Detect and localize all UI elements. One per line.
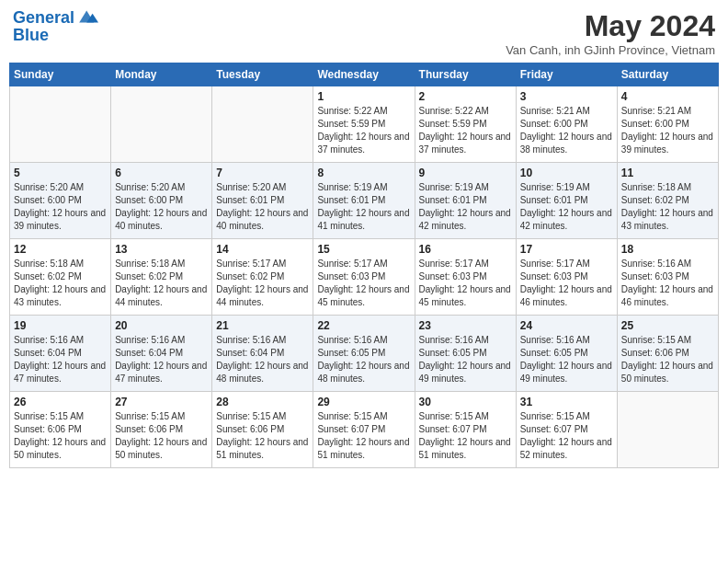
calendar-cell: 6Sunrise: 5:20 AM Sunset: 6:00 PM Daylig… (111, 163, 212, 239)
calendar-cell: 11Sunrise: 5:18 AM Sunset: 6:02 PM Dayli… (617, 163, 718, 239)
day-info: Sunrise: 5:15 AM Sunset: 6:06 PM Dayligh… (621, 334, 714, 385)
day-info: Sunrise: 5:21 AM Sunset: 6:00 PM Dayligh… (621, 105, 714, 156)
weekday-header-friday: Friday (516, 63, 617, 86)
day-info: Sunrise: 5:18 AM Sunset: 6:02 PM Dayligh… (621, 181, 714, 233)
day-number: 4 (621, 90, 714, 103)
day-info: Sunrise: 5:18 AM Sunset: 6:02 PM Dayligh… (115, 258, 208, 309)
day-number: 30 (419, 396, 512, 408)
day-number: 15 (317, 243, 410, 256)
calendar-cell: 1Sunrise: 5:22 AM Sunset: 5:59 PM Daylig… (313, 86, 415, 163)
day-number: 13 (115, 243, 208, 256)
day-info: Sunrise: 5:15 AM Sunset: 6:07 PM Dayligh… (419, 410, 512, 462)
title-block: May 2024 Van Canh, inh GJinh Province, V… (506, 9, 715, 57)
calendar-cell: 20Sunrise: 5:16 AM Sunset: 6:04 PM Dayli… (111, 316, 212, 392)
calendar-table: SundayMondayTuesdayWednesdayThursdayFrid… (9, 63, 719, 468)
weekday-header-saturday: Saturday (617, 63, 718, 86)
week-row-4: 19Sunrise: 5:16 AM Sunset: 6:04 PM Dayli… (10, 316, 719, 392)
calendar-cell: 25Sunrise: 5:15 AM Sunset: 6:06 PM Dayli… (617, 316, 718, 392)
calendar-cell: 8Sunrise: 5:19 AM Sunset: 6:01 PM Daylig… (313, 163, 415, 239)
week-row-1: 1Sunrise: 5:22 AM Sunset: 5:59 PM Daylig… (10, 86, 719, 163)
month-title: May 2024 (506, 9, 715, 43)
calendar-cell: 24Sunrise: 5:16 AM Sunset: 6:05 PM Dayli… (516, 316, 617, 392)
calendar-cell: 23Sunrise: 5:16 AM Sunset: 6:05 PM Dayli… (415, 316, 516, 392)
calendar-cell: 18Sunrise: 5:16 AM Sunset: 6:03 PM Dayli… (617, 239, 718, 316)
weekday-header-thursday: Thursday (415, 63, 516, 86)
day-info: Sunrise: 5:16 AM Sunset: 6:04 PM Dayligh… (216, 334, 309, 385)
calendar-cell: 27Sunrise: 5:15 AM Sunset: 6:06 PM Dayli… (111, 392, 212, 468)
day-number: 14 (216, 243, 309, 256)
calendar-cell: 26Sunrise: 5:15 AM Sunset: 6:06 PM Dayli… (10, 392, 111, 468)
day-number: 11 (621, 167, 714, 179)
day-number: 23 (419, 319, 512, 332)
day-info: Sunrise: 5:16 AM Sunset: 6:04 PM Dayligh… (14, 334, 107, 385)
day-info: Sunrise: 5:19 AM Sunset: 6:01 PM Dayligh… (520, 181, 613, 233)
calendar-cell: 10Sunrise: 5:19 AM Sunset: 6:01 PM Dayli… (516, 163, 617, 239)
calendar-cell: 17Sunrise: 5:17 AM Sunset: 6:03 PM Dayli… (516, 239, 617, 316)
day-info: Sunrise: 5:15 AM Sunset: 6:07 PM Dayligh… (317, 410, 410, 462)
weekday-header-sunday: Sunday (10, 63, 111, 86)
day-number: 9 (419, 167, 512, 179)
calendar-cell: 14Sunrise: 5:17 AM Sunset: 6:02 PM Dayli… (212, 239, 313, 316)
day-info: Sunrise: 5:15 AM Sunset: 6:06 PM Dayligh… (115, 410, 208, 462)
day-number: 3 (520, 90, 613, 103)
day-info: Sunrise: 5:15 AM Sunset: 6:06 PM Dayligh… (14, 410, 107, 462)
day-info: Sunrise: 5:17 AM Sunset: 6:03 PM Dayligh… (520, 258, 613, 309)
logo-text: General (13, 9, 74, 28)
calendar-cell: 5Sunrise: 5:20 AM Sunset: 6:00 PM Daylig… (10, 163, 111, 239)
day-number: 22 (317, 319, 410, 332)
day-info: Sunrise: 5:15 AM Sunset: 6:07 PM Dayligh… (520, 410, 613, 462)
logo-blue: Blue (13, 26, 98, 45)
calendar-cell: 19Sunrise: 5:16 AM Sunset: 6:04 PM Dayli… (10, 316, 111, 392)
day-number: 17 (520, 243, 613, 256)
calendar-cell (111, 86, 212, 163)
calendar-cell: 31Sunrise: 5:15 AM Sunset: 6:07 PM Dayli… (516, 392, 617, 468)
day-info: Sunrise: 5:22 AM Sunset: 5:59 PM Dayligh… (317, 105, 410, 156)
day-info: Sunrise: 5:17 AM Sunset: 6:03 PM Dayligh… (317, 258, 410, 309)
calendar-cell: 2Sunrise: 5:22 AM Sunset: 5:59 PM Daylig… (415, 86, 516, 163)
calendar-cell: 4Sunrise: 5:21 AM Sunset: 6:00 PM Daylig… (617, 86, 718, 163)
weekday-header-row: SundayMondayTuesdayWednesdayThursdayFrid… (10, 63, 719, 86)
day-number: 6 (115, 167, 208, 179)
calendar-cell: 28Sunrise: 5:15 AM Sunset: 6:06 PM Dayli… (212, 392, 313, 468)
day-number: 7 (216, 167, 309, 179)
week-row-5: 26Sunrise: 5:15 AM Sunset: 6:06 PM Dayli… (10, 392, 719, 468)
day-number: 5 (14, 167, 107, 179)
day-info: Sunrise: 5:16 AM Sunset: 6:04 PM Dayligh… (115, 334, 208, 385)
day-info: Sunrise: 5:16 AM Sunset: 6:05 PM Dayligh… (317, 334, 410, 385)
calendar-cell: 21Sunrise: 5:16 AM Sunset: 6:04 PM Dayli… (212, 316, 313, 392)
calendar-cell: 30Sunrise: 5:15 AM Sunset: 6:07 PM Dayli… (415, 392, 516, 468)
calendar-cell: 12Sunrise: 5:18 AM Sunset: 6:02 PM Dayli… (10, 239, 111, 316)
calendar-cell (617, 392, 718, 468)
weekday-header-tuesday: Tuesday (212, 63, 313, 86)
day-info: Sunrise: 5:20 AM Sunset: 6:00 PM Dayligh… (14, 181, 107, 233)
day-info: Sunrise: 5:19 AM Sunset: 6:01 PM Dayligh… (419, 181, 512, 233)
day-number: 12 (14, 243, 107, 256)
day-number: 18 (621, 243, 714, 256)
logo-icon (76, 7, 98, 26)
week-row-3: 12Sunrise: 5:18 AM Sunset: 6:02 PM Dayli… (10, 239, 719, 316)
calendar-cell: 15Sunrise: 5:17 AM Sunset: 6:03 PM Dayli… (313, 239, 415, 316)
weekday-header-monday: Monday (111, 63, 212, 86)
page-header: General Blue May 2024 Van Canh, inh GJin… (9, 9, 719, 57)
day-number: 27 (115, 396, 208, 408)
location-subtitle: Van Canh, inh GJinh Province, Vietnam (506, 43, 715, 57)
calendar-cell: 3Sunrise: 5:21 AM Sunset: 6:00 PM Daylig… (516, 86, 617, 163)
day-number: 16 (419, 243, 512, 256)
weekday-header-wednesday: Wednesday (313, 63, 415, 86)
day-number: 31 (520, 396, 613, 408)
day-number: 29 (317, 396, 410, 408)
day-info: Sunrise: 5:15 AM Sunset: 6:06 PM Dayligh… (216, 410, 309, 462)
day-info: Sunrise: 5:17 AM Sunset: 6:03 PM Dayligh… (419, 258, 512, 309)
day-info: Sunrise: 5:18 AM Sunset: 6:02 PM Dayligh… (14, 258, 107, 309)
week-row-2: 5Sunrise: 5:20 AM Sunset: 6:00 PM Daylig… (10, 163, 719, 239)
day-info: Sunrise: 5:16 AM Sunset: 6:05 PM Dayligh… (419, 334, 512, 385)
day-number: 25 (621, 319, 714, 332)
calendar-cell (10, 86, 111, 163)
calendar-cell: 7Sunrise: 5:20 AM Sunset: 6:01 PM Daylig… (212, 163, 313, 239)
day-info: Sunrise: 5:17 AM Sunset: 6:02 PM Dayligh… (216, 258, 309, 309)
day-number: 10 (520, 167, 613, 179)
calendar-cell: 9Sunrise: 5:19 AM Sunset: 6:01 PM Daylig… (415, 163, 516, 239)
calendar-cell: 16Sunrise: 5:17 AM Sunset: 6:03 PM Dayli… (415, 239, 516, 316)
day-info: Sunrise: 5:21 AM Sunset: 6:00 PM Dayligh… (520, 105, 613, 156)
day-info: Sunrise: 5:20 AM Sunset: 6:00 PM Dayligh… (115, 181, 208, 233)
